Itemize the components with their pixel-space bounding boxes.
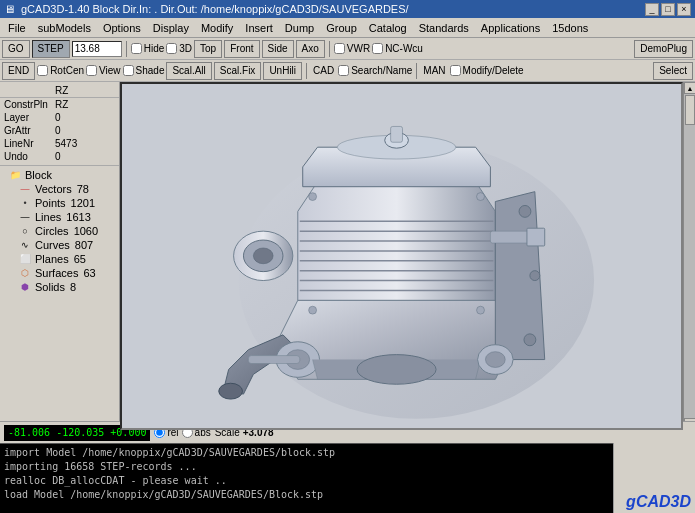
tree-block-root[interactable]: 📁 Block [0,168,119,182]
tree-points[interactable]: • Points 1201 [0,196,119,210]
ncwcu-checkbox-label[interactable]: NC-Wcu [372,43,423,54]
front-button[interactable]: Front [224,40,259,58]
folder-icon: 📁 [8,169,22,181]
linenr-row: LineNr 5473 [0,137,119,150]
window-title: gCAD3D-1.40 Block Dir.In: . Dir.Out: /ho… [21,3,409,15]
end-button[interactable]: END [2,62,35,80]
3d-checkbox-label[interactable]: 3D [166,43,192,54]
maximize-button[interactable]: □ [661,3,675,16]
rz-header: RZ [55,85,85,96]
menu-standards[interactable]: Standards [413,20,475,36]
vscroll-thumb[interactable] [685,95,695,125]
go-button[interactable]: GO [2,40,30,58]
brand-label: gCAD3D [613,443,695,513]
viewport-vscroll[interactable]: ▲ ▼ [683,82,695,430]
log-wrapper: import Model /home/knoppix/gCAD3D/SAUVEG… [0,443,695,513]
menu-15dons[interactable]: 15dons [546,20,594,36]
axo-button[interactable]: Axo [296,40,325,58]
scalfix-button[interactable]: Scal.Fix [214,62,262,80]
vwr-checkbox-label[interactable]: VWR [334,43,370,54]
tree-planes[interactable]: ⬜ Planes 65 [0,252,119,266]
tree-surfaces[interactable]: ⬡ Surfaces 63 [0,266,119,280]
log-line-3: realloc DB_allocCDAT - please wait .. [4,474,681,488]
y-coord: -120.035 [56,427,104,438]
modify-checkbox-label[interactable]: Modify/Delete [450,65,524,76]
close-button[interactable]: × [677,3,691,16]
hide-checkbox[interactable] [131,43,142,54]
constrpln-row: ConstrPln RZ [0,98,119,111]
menu-catalog[interactable]: Catalog [363,20,413,36]
props-header: RZ [0,84,119,98]
search-checkbox[interactable] [338,65,349,76]
vectors-icon: — [18,183,32,195]
menu-file[interactable]: File [2,20,32,36]
app-window: 🖥 gCAD3D-1.40 Block Dir.In: . Dir.Out: /… [0,0,695,513]
menu-applications[interactable]: Applications [475,20,546,36]
side-button[interactable]: Side [262,40,294,58]
tree-curves[interactable]: ∿ Curves 807 [0,238,119,252]
search-checkbox-label[interactable]: Search/Name [338,65,412,76]
shade-checkbox[interactable] [123,65,134,76]
content-area: RZ ConstrPln RZ Layer 0 GrAttr 0 LineNr … [0,82,695,421]
man-label: MAN [421,65,447,76]
tree-circles[interactable]: ○ Circles 1060 [0,224,119,238]
demoplu-button[interactable]: DemoPlug [634,40,693,58]
viewport-area: ▲ ▼ ◀ ▶ [120,82,695,421]
viewport-border [120,82,683,430]
separator [416,63,417,79]
menu-submodels[interactable]: subModels [32,20,97,36]
menu-bar: File subModels Options Display Modify In… [0,18,695,38]
cad-label: CAD [311,65,336,76]
hide-checkbox-label[interactable]: Hide [131,43,165,54]
rotcen-checkbox[interactable] [37,65,48,76]
shade-checkbox-label[interactable]: Shade [123,65,165,76]
modify-checkbox[interactable] [450,65,461,76]
step-button[interactable]: STEP [32,40,70,58]
3d-viewport[interactable] [120,82,683,430]
vwr-checkbox[interactable] [334,43,345,54]
surfaces-icon: ⬡ [18,267,32,279]
step-input[interactable] [72,41,122,57]
curves-icon: ∿ [18,239,32,251]
log-area: import Model /home/knoppix/gCAD3D/SAUVEG… [0,443,695,513]
points-icon: • [18,197,32,209]
menu-group[interactable]: Group [320,20,363,36]
separator [306,63,307,79]
tree-vectors[interactable]: — Vectors 78 [0,182,119,196]
rotcen-checkbox-label[interactable]: RotCen [37,65,84,76]
x-coord: -81.006 [8,427,50,438]
top-button[interactable]: Top [194,40,222,58]
menu-modify[interactable]: Modify [195,20,239,36]
ncwcu-checkbox[interactable] [372,43,383,54]
log-line-2: importing 16658 STEP-records ... [4,460,681,474]
minimize-button[interactable]: _ [645,3,659,16]
tree-solids[interactable]: ⬢ Solids 8 [0,280,119,294]
app-icon: 🖥 [4,3,15,15]
log-line-4: load Model /home/knoppix/gCAD3D/SAUVEGAR… [4,488,681,502]
tree-lines[interactable]: — Lines 1613 [0,210,119,224]
grattr-row: GrAttr 0 [0,124,119,137]
planes-icon: ⬜ [18,253,32,265]
menu-options[interactable]: Options [97,20,147,36]
toolbar-row-1: GO STEP Hide 3D Top Front Side Axo VWR N… [0,38,695,60]
view-checkbox[interactable] [86,65,97,76]
menu-insert[interactable]: Insert [239,20,279,36]
scalall-button[interactable]: Scal.All [166,62,211,80]
left-panel: RZ ConstrPln RZ Layer 0 GrAttr 0 LineNr … [0,82,120,421]
vscroll-track[interactable] [684,94,695,418]
select-button[interactable]: Select [653,62,693,80]
menu-display[interactable]: Display [147,20,195,36]
view-checkbox-label[interactable]: View [86,65,121,76]
vscroll-up-button[interactable]: ▲ [684,82,695,94]
separator [126,41,127,57]
undo-row: Undo 0 [0,150,119,163]
unhili-button[interactable]: UnHili [263,62,302,80]
circles-icon: ○ [18,225,32,237]
menu-dump[interactable]: Dump [279,20,320,36]
viewport-inner: ▲ ▼ [120,82,695,430]
log-line-1: import Model /home/knoppix/gCAD3D/SAUVEG… [4,446,681,460]
lines-icon: — [18,211,32,223]
separator [329,41,330,57]
3d-checkbox[interactable] [166,43,177,54]
layer-row: Layer 0 [0,111,119,124]
